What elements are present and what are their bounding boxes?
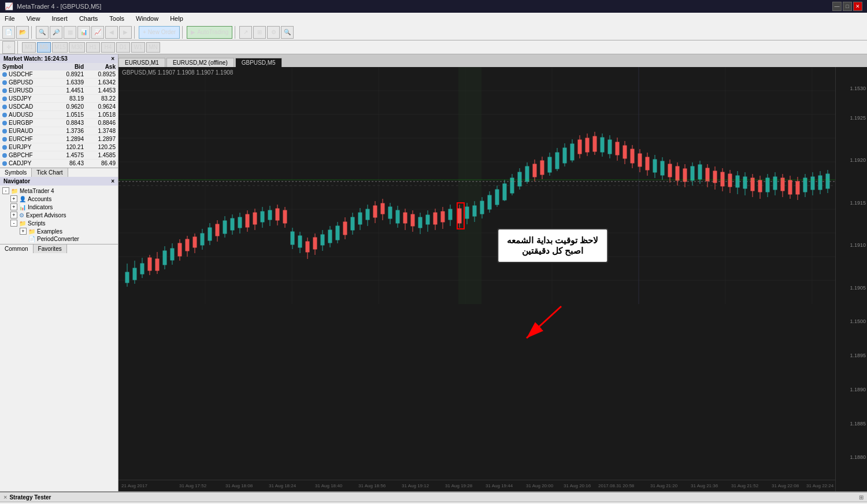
tab-common[interactable]: Common (0, 244, 34, 253)
nav-expand-ea[interactable]: + (10, 212, 17, 218)
period-h4[interactable]: H4 (101, 42, 115, 53)
svg-rect-75 (328, 230, 332, 243)
bar-chart-btn[interactable]: ▦ (64, 26, 76, 39)
market-watch-row[interactable]: GBPCHF 1.4575 1.4585 (0, 151, 118, 160)
bottom-tabs: Common Favorites (0, 244, 118, 253)
svg-rect-49 (231, 218, 234, 230)
nav-expand-scripts[interactable]: - (10, 220, 17, 227)
menu-window[interactable]: Window (134, 14, 161, 23)
svg-rect-97 (411, 214, 414, 226)
time-2032: 2017.08.31 20:58 (598, 483, 634, 488)
price-1.1925: 1.1925 (850, 115, 866, 121)
price-scale: 1.1530 1.1925 1.1920 1.1915 1.1910 1.190… (835, 67, 867, 491)
nav-expand-indicators[interactable]: + (10, 203, 17, 210)
period-d1[interactable]: D1 (116, 42, 130, 53)
nav-period-converter[interactable]: 📄 PeriodConverter (18, 235, 117, 243)
period-m1[interactable]: M1 (22, 42, 36, 53)
tester-title: Strategy Tester (9, 494, 51, 501)
nav-expand-examples[interactable]: + (20, 228, 27, 235)
maximize-button[interactable]: □ (843, 2, 852, 11)
market-watch-row[interactable]: AUDUSD 1.0515 1.0518 (0, 111, 118, 119)
menu-view[interactable]: View (24, 14, 43, 23)
menu-tools[interactable]: Tools (107, 14, 127, 23)
new-order-btn[interactable]: + New Order (139, 26, 180, 39)
market-watch-row[interactable]: EURUSD 1.4451 1.4453 (0, 87, 118, 95)
tab-favorites[interactable]: Favorites (34, 244, 67, 253)
crosshair-btn[interactable]: ✛ (2, 41, 15, 54)
svg-rect-138 (563, 148, 566, 163)
svg-rect-158 (638, 154, 642, 166)
period-m5[interactable]: M5 (37, 42, 51, 53)
svg-rect-103 (433, 213, 437, 224)
nav-expand-accounts[interactable]: + (10, 195, 17, 202)
market-watch-row[interactable]: EURGBP 0.8843 0.8846 (0, 119, 118, 127)
market-watch-row[interactable]: GBPUSD 1.6339 1.6342 (0, 79, 118, 87)
svg-rect-114 (473, 206, 476, 216)
nav-indent: + 👤 Accounts + 📊 Indicators + ⚙ Expert A… (9, 195, 117, 243)
market-watch-row[interactable]: EURCHF 1.2894 1.2897 (0, 135, 118, 143)
menu-charts[interactable]: Charts (77, 14, 100, 23)
svg-rect-85 (366, 209, 369, 220)
market-watch-row[interactable]: EURAUD 1.3736 1.3748 (0, 127, 118, 135)
zoom-in-btn[interactable]: 🔍 (36, 26, 49, 39)
market-watch-row[interactable]: USDCHF 0.8921 0.8925 (0, 71, 118, 79)
line-btn[interactable]: 📈 (91, 26, 104, 39)
nav-root[interactable]: - 📁 MetaTrader 4 (1, 187, 117, 195)
indicators-icon: 📊 (19, 204, 26, 210)
autotrading-btn[interactable]: ▶ AutoTrading (187, 26, 232, 39)
minimize-button[interactable]: — (832, 2, 842, 11)
svg-rect-120 (495, 190, 499, 205)
nav-accounts[interactable]: + 👤 Accounts (9, 195, 117, 203)
menu-insert[interactable]: Insert (49, 14, 70, 23)
svg-rect-191 (758, 180, 762, 192)
market-watch-row[interactable]: EURJPY 120.21 120.25 (0, 143, 118, 151)
nav-tree: - 📁 MetaTrader 4 + 👤 Accounts + 📊 Indica… (0, 186, 118, 244)
scroll-left-btn[interactable]: ◀ (105, 26, 118, 39)
nav-expand-root[interactable]: - (2, 187, 9, 194)
svg-rect-53 (246, 214, 249, 227)
market-watch-row[interactable]: USDCAD 0.9620 0.9624 (0, 103, 118, 111)
tester-close-btn[interactable]: × (3, 494, 7, 501)
tester-edge-btn[interactable]: ⊞ (859, 494, 864, 501)
nav-scripts[interactable]: - 📁 Scripts (9, 219, 117, 227)
candle-btn[interactable]: 📊 (77, 26, 90, 39)
templates-btn[interactable]: ⊞ (253, 26, 266, 39)
open-btn[interactable]: 📂 (16, 26, 29, 39)
nav-indicators[interactable]: + 📊 Indicators (9, 203, 117, 211)
tab-tick-chart[interactable]: Tick Chart (32, 168, 68, 177)
svg-rect-207 (818, 176, 822, 190)
nav-accounts-label: Accounts (28, 196, 51, 202)
tab-gbpusd-m5[interactable]: GBPUSD,M5 (235, 58, 282, 67)
menu-help[interactable]: Help (168, 14, 186, 23)
scripts-icon: 📁 (19, 220, 26, 227)
zoom-out-btn[interactable]: 🔎 (50, 26, 62, 39)
market-watch-row[interactable]: CADJPY 86.43 86.49 (0, 160, 118, 168)
expert-btn[interactable]: ⚙ (267, 26, 280, 39)
menu-file[interactable]: File (2, 14, 17, 23)
nav-expert-advisors[interactable]: + ⚙ Expert Advisors (9, 211, 117, 219)
navigator-close[interactable]: × (111, 178, 114, 184)
period-w1[interactable]: W1 (131, 42, 145, 53)
menu-bar: File View Insert Charts Tools Window Hel… (0, 13, 867, 24)
svg-rect-148 (601, 138, 604, 152)
autotrading-icon: ▶ (191, 29, 195, 35)
tab-eurusd-m1[interactable]: EURUSD,M1 (118, 58, 165, 67)
svg-rect-71 (313, 238, 317, 249)
market-watch-row[interactable]: USDJPY 83.19 83.22 (0, 95, 118, 103)
scroll-right-btn[interactable]: ▶ (119, 26, 132, 39)
new-chart-btn[interactable]: 📄 (2, 26, 15, 39)
market-watch-close[interactable]: × (111, 55, 114, 62)
search-btn[interactable]: 🔍 (281, 26, 294, 39)
close-button[interactable]: ✕ (853, 2, 862, 11)
indicators-btn[interactable]: ↗ (239, 26, 252, 39)
tab-symbols[interactable]: Symbols (0, 168, 32, 177)
period-m15[interactable]: M15 (52, 42, 68, 53)
period-m30[interactable]: M30 (69, 42, 84, 53)
svg-rect-169 (676, 166, 679, 180)
svg-rect-45 (216, 224, 219, 236)
svg-rect-183 (728, 174, 732, 187)
period-mn[interactable]: MN (146, 42, 160, 53)
period-h1[interactable]: H1 (86, 42, 100, 53)
nav-examples[interactable]: + 📁 Examples (18, 227, 117, 235)
tab-eurusd-m2[interactable]: EURUSD,M2 (offline) (166, 58, 234, 67)
